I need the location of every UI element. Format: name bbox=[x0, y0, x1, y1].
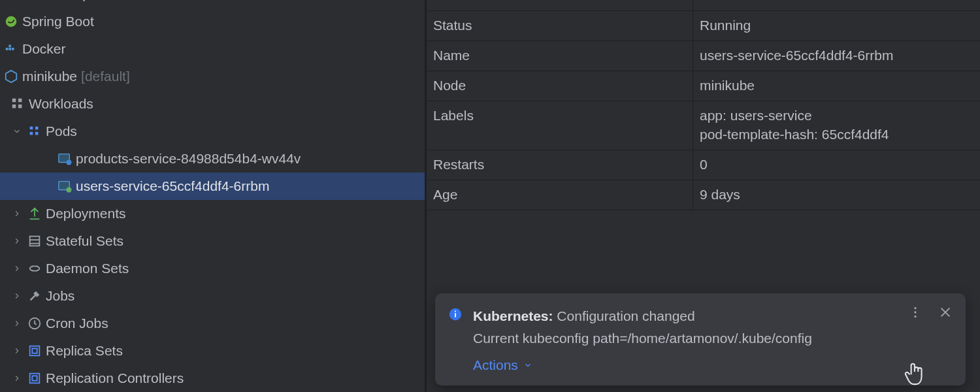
tree-label: HTTP Request bbox=[21, 0, 112, 2]
cell-value: 9 days bbox=[693, 180, 980, 210]
svg-point-29 bbox=[914, 307, 916, 309]
pod-icon bbox=[57, 152, 72, 166]
stateful-set-icon bbox=[27, 234, 42, 248]
chevron-right-icon bbox=[10, 235, 24, 248]
tree-item-daemon-sets[interactable]: Daemon Sets bbox=[0, 255, 425, 282]
svg-point-31 bbox=[914, 316, 916, 318]
cell-value: users-service-65ccf4ddf4-6rrbm bbox=[693, 41, 980, 71]
table-row[interactable]: Labels app: users-service pod-template-h… bbox=[427, 101, 980, 150]
details-panel: Name Value Status Running Name users-ser… bbox=[427, 0, 980, 392]
chevron-right-icon bbox=[10, 262, 24, 275]
cell-value: Running bbox=[693, 11, 980, 41]
spring-icon bbox=[4, 14, 18, 29]
tree-label: minikube bbox=[22, 69, 77, 84]
svg-rect-23 bbox=[32, 348, 37, 353]
svg-rect-22 bbox=[30, 346, 40, 356]
cell-key: Node bbox=[427, 71, 693, 101]
tree-item-http-request[interactable]: HTTP Request bbox=[0, 0, 425, 8]
cell-value: 0 bbox=[693, 150, 980, 180]
column-header-name[interactable]: Name bbox=[427, 0, 693, 10]
chevron-right-icon bbox=[10, 207, 24, 220]
tree-item-minikube-context[interactable]: minikube [default] bbox=[0, 63, 425, 90]
cell-key: Labels bbox=[427, 101, 693, 150]
tree-label: products-service-84988d54b4-wv44v bbox=[76, 151, 301, 167]
svg-rect-10 bbox=[30, 127, 33, 130]
tree-item-spring-boot[interactable]: Spring Boot bbox=[0, 8, 425, 35]
cell-value: minikube bbox=[693, 71, 980, 101]
table-row[interactable]: Restarts 0 bbox=[427, 150, 980, 180]
grid-small-icon bbox=[27, 124, 42, 139]
replication-controller-icon bbox=[27, 371, 42, 385]
chevron-down-icon bbox=[10, 125, 24, 138]
svg-rect-7 bbox=[12, 105, 16, 108]
tree-item-docker[interactable]: Docker bbox=[0, 35, 425, 63]
svg-point-30 bbox=[914, 312, 916, 314]
svg-rect-3 bbox=[12, 48, 14, 50]
column-header-value[interactable]: Value bbox=[693, 0, 980, 10]
services-tree: HTTP Request Spring Boot Docker minikube… bbox=[0, 0, 425, 392]
svg-rect-27 bbox=[455, 313, 456, 317]
notification-toast: Kubernetes: Configuration changed Curren… bbox=[435, 293, 966, 385]
svg-rect-6 bbox=[12, 99, 16, 103]
tree-item-pod-users-service[interactable]: users-service-65ccf4ddf4-6rrbm bbox=[0, 172, 425, 200]
svg-rect-25 bbox=[32, 376, 37, 380]
tree-item-pod-products-service[interactable]: products-service-84988d54b4-wv44v bbox=[0, 145, 425, 172]
svg-point-17 bbox=[66, 187, 71, 192]
tree-label: users-service-65ccf4ddf4-6rrbm bbox=[76, 178, 269, 194]
tree-label: Docker bbox=[22, 41, 66, 57]
table-row[interactable]: Name users-service-65ccf4ddf4-6rrbm bbox=[427, 41, 980, 71]
svg-rect-28 bbox=[455, 311, 456, 312]
svg-rect-24 bbox=[30, 374, 40, 384]
table-row[interactable]: Node minikube bbox=[427, 71, 980, 101]
svg-rect-9 bbox=[18, 105, 22, 108]
toast-body: Kubernetes: Configuration changed Curren… bbox=[473, 305, 898, 376]
cell-value: app: users-service pod-template-hash: 65… bbox=[693, 101, 980, 150]
toast-actions-label: Actions bbox=[473, 354, 518, 376]
svg-point-0 bbox=[6, 16, 17, 27]
svg-rect-18 bbox=[30, 237, 40, 246]
info-icon bbox=[448, 307, 463, 321]
svg-marker-5 bbox=[6, 71, 17, 82]
tree-item-stateful-sets[interactable]: Stateful Sets bbox=[0, 227, 425, 255]
tree-label: Workloads bbox=[29, 96, 93, 112]
daemon-set-icon bbox=[27, 261, 42, 276]
svg-rect-8 bbox=[18, 99, 22, 103]
grid-icon bbox=[10, 97, 25, 111]
hammer-icon bbox=[27, 289, 42, 303]
tree-item-workloads[interactable]: Workloads bbox=[0, 90, 425, 118]
deployment-icon bbox=[27, 206, 42, 221]
svg-rect-4 bbox=[8, 45, 11, 48]
svg-rect-2 bbox=[8, 48, 11, 50]
tree-item-replica-sets[interactable]: Replica Sets bbox=[0, 337, 425, 365]
svg-rect-1 bbox=[6, 48, 8, 50]
table-row[interactable]: Age 9 days bbox=[427, 180, 980, 210]
label-line: pod-template-hash: 65ccf4ddf4 bbox=[700, 125, 972, 144]
close-icon[interactable] bbox=[938, 305, 953, 319]
docker-icon bbox=[4, 42, 18, 56]
toast-title-rest: Configuration changed bbox=[553, 308, 695, 323]
svg-rect-13 bbox=[35, 132, 39, 135]
chevron-down-icon bbox=[523, 354, 532, 376]
svg-rect-12 bbox=[35, 127, 39, 130]
chevron-right-icon bbox=[10, 372, 24, 385]
tree-item-replication-controllers[interactable]: Replication Controllers bbox=[0, 365, 425, 392]
svg-point-15 bbox=[66, 159, 71, 165]
more-options-icon[interactable] bbox=[908, 305, 923, 319]
pod-running-icon bbox=[57, 179, 72, 193]
chevron-right-icon bbox=[10, 344, 24, 357]
tree-label: Deployments bbox=[46, 206, 126, 221]
toast-actions-link[interactable]: Actions bbox=[473, 354, 532, 376]
chevron-down-icon bbox=[4, 0, 17, 1]
table-row[interactable]: Status Running bbox=[427, 11, 980, 41]
tree-item-pods[interactable]: Pods bbox=[0, 118, 425, 145]
tree-label: Cron Jobs bbox=[46, 316, 108, 331]
chevron-right-icon bbox=[10, 289, 24, 302]
tree-label: Replication Controllers bbox=[46, 370, 184, 386]
tree-item-jobs[interactable]: Jobs bbox=[0, 282, 425, 310]
tree-item-cron-jobs[interactable]: Cron Jobs bbox=[0, 310, 425, 337]
tree-label: Daemon Sets bbox=[46, 261, 129, 276]
clock-icon bbox=[27, 316, 42, 331]
tree-label: Stateful Sets bbox=[46, 233, 123, 249]
properties-table: Name Value Status Running Name users-ser… bbox=[427, 0, 980, 210]
tree-item-deployments[interactable]: Deployments bbox=[0, 200, 425, 227]
